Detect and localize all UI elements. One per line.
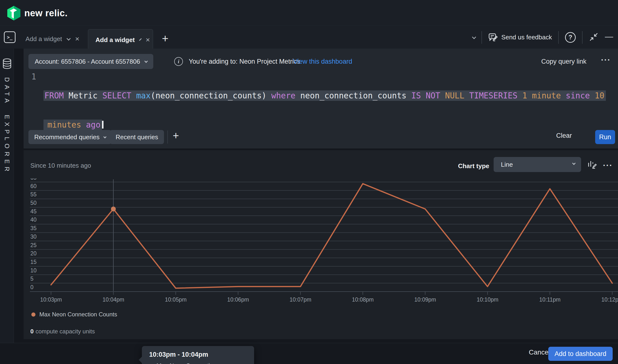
y-axis-tick-label: 30	[30, 234, 37, 240]
tooltip-series-row: Max Neon Connection Counts 49	[149, 362, 247, 364]
divider	[582, 31, 582, 44]
footer-action-bar: Cancel Add to dashboard	[0, 343, 618, 364]
sidebar-item-label: DATA EXPLORER	[3, 77, 11, 174]
add-query-button[interactable]: +	[173, 130, 179, 142]
brand-text: new relic.	[24, 8, 67, 18]
chevron-down-icon[interactable]	[66, 37, 71, 40]
query-line-1: FROM Metric SELECT max(neon_connection_c…	[43, 91, 617, 101]
y-axis-tick-label: 0	[30, 284, 34, 290]
x-axis-tick-label: 10:04pm	[103, 297, 124, 303]
compute-capacity-note: 0compute capacity units	[30, 328, 95, 335]
chevron-down-icon	[103, 135, 106, 138]
y-axis-tick-label: 20	[30, 250, 37, 257]
cancel-button[interactable]: Cancel	[529, 349, 550, 356]
y-axis-tick-label: 50	[30, 200, 37, 206]
tab-add-widget-2-active[interactable]: Add a widget ×	[88, 29, 153, 50]
copy-query-link-button[interactable]: Copy query link	[541, 58, 586, 65]
database-icon	[2, 58, 12, 69]
close-icon[interactable]: ×	[145, 36, 151, 43]
chart-type-label: Chart type	[458, 162, 489, 170]
chart-legend[interactable]: Max Neon Connection Counts	[31, 311, 117, 318]
line-chart-svg: 0510152025303540455055606510:03pm10:04pm…	[30, 178, 618, 304]
brand: new relic.	[7, 6, 67, 20]
sidebar: DATA EXPLORER	[0, 49, 14, 364]
y-axis-tick-label: 10	[30, 267, 37, 273]
x-axis-tick-label: 10:03pm	[40, 297, 62, 303]
y-axis-tick-label: 25	[30, 242, 37, 248]
minimize-icon[interactable]: —	[605, 32, 613, 43]
chart-panel: Since 10 minutes ago Chart type Line ···…	[24, 150, 618, 339]
x-axis-tick-label: 10:10pm	[476, 297, 499, 303]
hovered-data-point[interactable]	[111, 207, 116, 211]
feedback-icon	[488, 33, 498, 42]
terminal-glyph: >_	[7, 35, 13, 40]
series-line[interactable]	[51, 184, 612, 288]
more-menu-icon[interactable]: ···	[601, 58, 611, 62]
y-axis-tick-label: 65	[30, 178, 37, 181]
add-to-dashboard-button[interactable]: Add to dashboard	[548, 347, 613, 361]
chart-type-select[interactable]: Line	[494, 157, 581, 172]
y-axis-tick-label: 5	[30, 275, 34, 282]
tab-label: Add a widget	[26, 35, 62, 43]
x-axis-tick-label: 10:11pm	[539, 297, 561, 303]
x-axis-tick-label: 10:06pm	[227, 297, 249, 303]
tab-add-widget-1[interactable]: Add a widget ×	[18, 29, 87, 49]
legend-label: Max Neon Connection Counts	[39, 311, 117, 318]
clear-button[interactable]: Clear	[556, 132, 572, 140]
info-icon: i	[174, 57, 183, 66]
collapse-icon[interactable]	[589, 32, 599, 42]
query-line-2: minutes ago	[43, 120, 617, 130]
x-axis-tick-label: 10:12pm	[602, 297, 618, 303]
chart-since-label: Since 10 minutes ago	[30, 162, 91, 169]
line-number: 1	[31, 72, 36, 82]
sidebar-item-data-explorer[interactable]: DATA EXPLORER	[0, 58, 14, 174]
x-axis-tick-label: 10:09pm	[414, 297, 436, 303]
text-cursor	[102, 121, 103, 129]
tooltip-series-name: Max Neon Connection Counts	[156, 362, 233, 364]
chevron-down-icon[interactable]	[472, 35, 476, 39]
chevron-down-icon	[572, 162, 576, 165]
help-icon[interactable]: ?	[565, 32, 576, 43]
divider	[481, 31, 482, 44]
divider	[167, 130, 168, 143]
terminal-icon[interactable]: >_	[4, 31, 15, 43]
tab-bar: >_ Add a widget × Add a widget × +	[0, 26, 618, 49]
y-axis-tick-label: 45	[30, 208, 37, 215]
query-builder-panel: Account: 6557806 - Account 6557806 i You…	[24, 49, 618, 148]
send-feedback-button[interactable]: Send us feedback	[488, 33, 552, 42]
tab-bar-actions: Send us feedback ? —	[472, 26, 613, 49]
edit-chart-icon[interactable]	[587, 159, 597, 170]
series-dot-icon	[31, 312, 36, 317]
run-button[interactable]: Run	[595, 130, 615, 144]
account-selector-label: Account: 6557806 - Account 6557806	[35, 58, 140, 65]
tab-label: Add a widget	[95, 36, 135, 44]
top-bar: new relic.	[0, 0, 618, 26]
nrql-query-editor[interactable]: 1 FROM Metric SELECT max(neon_connection…	[24, 71, 618, 127]
y-axis-tick-label: 55	[30, 191, 37, 197]
adding-to-text: You're adding to: Neon Project Metrics	[189, 58, 300, 65]
chevron-down-icon	[144, 60, 148, 63]
y-axis-tick-label: 60	[30, 183, 37, 189]
chart-more-menu-icon[interactable]: ···	[603, 164, 613, 167]
x-axis-tick-label: 10:07pm	[290, 297, 311, 303]
y-axis-tick-label: 35	[30, 225, 37, 231]
view-dashboard-link[interactable]: View this dashboard	[293, 58, 352, 65]
chevron-down-icon[interactable]	[139, 38, 142, 41]
send-feedback-label: Send us feedback	[502, 34, 552, 41]
tooltip-time-range: 10:03pm - 10:04pm	[149, 351, 247, 358]
line-chart[interactable]: 0510152025303540455055606510:03pm10:04pm…	[30, 178, 618, 304]
x-axis-tick-label: 10:05pm	[165, 297, 187, 303]
account-selector[interactable]: Account: 6557806 - Account 6557806	[28, 54, 153, 69]
close-icon[interactable]: ×	[75, 35, 80, 42]
recent-queries-button[interactable]: Recent queries	[110, 130, 164, 144]
compute-capacity-value: 0	[30, 328, 34, 335]
compute-capacity-text: compute capacity units	[36, 328, 95, 335]
app-window: new relic. >_ Add a widget × Add a widge…	[0, 0, 618, 364]
y-axis-tick-label: 15	[30, 259, 37, 265]
query-toolbar: Recommended queries Recent queries + Cle…	[24, 130, 618, 145]
divider	[558, 31, 559, 44]
new-relic-logo-icon	[7, 6, 20, 20]
new-tab-button[interactable]: +	[159, 32, 171, 44]
recommended-queries-button[interactable]: Recommended queries	[28, 130, 112, 144]
chart-tooltip: 10:03pm - 10:04pm Max Neon Connection Co…	[142, 346, 254, 364]
